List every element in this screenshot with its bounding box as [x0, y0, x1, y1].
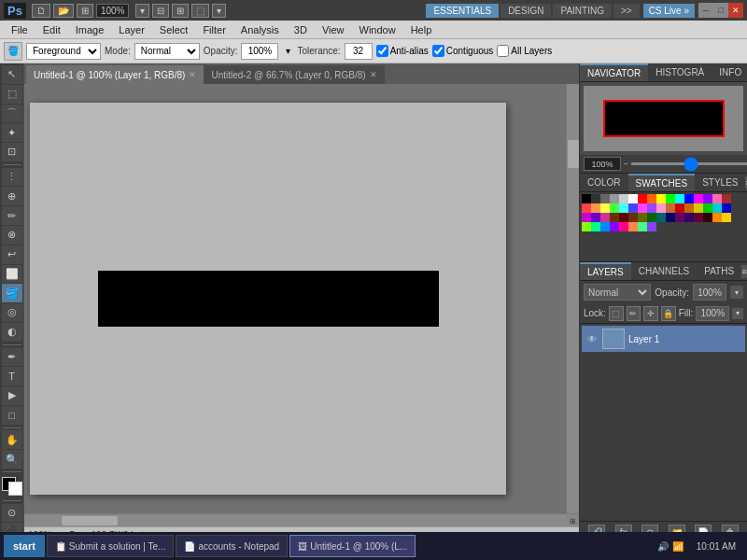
cs-live-button[interactable]: CS Live » — [643, 4, 695, 18]
lock-transparent-pixels[interactable]: ⬚ — [609, 306, 624, 321]
vertical-scrollbar[interactable] — [566, 84, 579, 513]
zoom-dropdown-icon[interactable]: ▾ — [135, 4, 149, 18]
paint-bucket-tool[interactable]: 🪣 — [2, 284, 22, 302]
clone-stamp-tool[interactable]: ⊗ — [2, 226, 22, 245]
h-scroll-thumb[interactable] — [62, 516, 118, 525]
lock-all[interactable]: 🔒 — [661, 306, 676, 321]
tab-close-untitled1[interactable]: ✕ — [189, 70, 196, 79]
color-swatch[interactable] — [684, 194, 694, 203]
background-color[interactable] — [8, 482, 22, 496]
color-swatch[interactable] — [638, 194, 647, 203]
menu-layer[interactable]: Layer — [111, 22, 152, 37]
text-tool[interactable]: T — [2, 367, 22, 385]
foreground-dropdown[interactable]: Foreground Background — [26, 43, 101, 60]
screen-mode-icon[interactable]: ⬚ — [191, 4, 209, 18]
color-swatch[interactable] — [582, 213, 591, 222]
eyedropper-tool[interactable]: ⋮ — [2, 168, 22, 187]
color-swatch[interactable] — [703, 194, 712, 203]
color-swatch[interactable] — [666, 194, 675, 203]
color-swatch[interactable] — [694, 194, 703, 203]
color-swatch[interactable] — [675, 203, 684, 213]
color-swatch[interactable] — [619, 194, 628, 203]
dodge-tool[interactable]: ◐ — [2, 323, 22, 342]
color-swatch[interactable] — [712, 203, 722, 213]
v-scroll-thumb[interactable] — [568, 140, 579, 168]
minimize-button[interactable]: ─ — [698, 3, 713, 18]
contiguous-checkbox-label[interactable]: Contiguous — [432, 45, 494, 57]
menu-image[interactable]: Image — [68, 22, 112, 37]
color-swatch[interactable] — [600, 222, 610, 231]
tab-close-untitled2[interactable]: ✕ — [370, 70, 377, 79]
color-swatch[interactable] — [619, 222, 628, 231]
color-swatch[interactable] — [628, 213, 638, 222]
tab-paths[interactable]: PATHS — [697, 262, 741, 280]
fg-bg-color-swatch[interactable] — [2, 477, 22, 496]
color-swatch[interactable] — [582, 222, 591, 231]
screen-mode-arrow[interactable]: ▾ — [212, 4, 226, 18]
color-swatch[interactable] — [591, 222, 600, 231]
menu-view[interactable]: View — [315, 22, 352, 37]
tab-swatches[interactable]: SWATCHES — [628, 174, 696, 191]
color-swatch[interactable] — [722, 203, 731, 213]
tab-channels[interactable]: CHANNELS — [631, 262, 697, 280]
taskbar-item-notepad[interactable]: 📄 accounts - Notepad — [176, 535, 288, 557]
color-swatch[interactable] — [638, 222, 647, 231]
design-button[interactable]: DESIGN — [500, 4, 551, 18]
blend-mode-dropdown[interactable]: Normal Multiply Screen — [584, 284, 651, 301]
contiguous-checkbox[interactable] — [432, 45, 444, 57]
antialias-checkbox-label[interactable]: Anti-alias — [376, 45, 429, 57]
menu-edit[interactable]: Edit — [35, 22, 68, 37]
color-swatch[interactable] — [591, 203, 600, 213]
color-swatch[interactable] — [712, 213, 722, 222]
lock-image-pixels[interactable]: ✏ — [627, 306, 641, 321]
layer-row[interactable]: 👁 Layer 1 — [582, 326, 745, 352]
opacity-arrow-layers[interactable]: ▾ — [730, 286, 743, 299]
color-swatch[interactable] — [656, 194, 666, 203]
hand-tool[interactable]: ✋ — [2, 430, 22, 449]
color-swatch[interactable] — [628, 194, 638, 203]
tab-color[interactable]: COLOR — [580, 174, 628, 191]
opacity-arrow[interactable]: ▾ — [282, 42, 293, 61]
color-swatch[interactable] — [610, 203, 619, 213]
layer-visibility-toggle[interactable]: 👁 — [585, 332, 599, 345]
color-swatch[interactable] — [647, 194, 656, 203]
menu-help[interactable]: Help — [403, 22, 440, 37]
close-button[interactable]: ✕ — [728, 3, 743, 18]
menu-3d[interactable]: 3D — [287, 22, 315, 37]
marquee-tool[interactable]: ⬚ — [2, 85, 22, 104]
color-swatch[interactable] — [647, 222, 656, 231]
color-swatch[interactable] — [610, 194, 619, 203]
color-swatch[interactable] — [666, 213, 675, 222]
scroll-corner[interactable]: ⊞ — [566, 514, 579, 527]
canvas-viewport[interactable] — [24, 84, 566, 513]
zoom-tool[interactable]: 🔍 — [2, 450, 22, 469]
color-swatch[interactable] — [619, 213, 628, 222]
move-tool[interactable]: ↖ — [2, 65, 22, 84]
color-swatch[interactable] — [600, 213, 610, 222]
all-layers-checkbox[interactable] — [497, 45, 509, 57]
color-swatch[interactable] — [638, 213, 647, 222]
color-swatch[interactable] — [684, 213, 694, 222]
menu-window[interactable]: Window — [352, 22, 403, 37]
color-swatch[interactable] — [638, 203, 647, 213]
color-swatch[interactable] — [582, 203, 591, 213]
color-swatch[interactable] — [656, 213, 666, 222]
path-selection-tool[interactable]: ▶ — [2, 386, 22, 405]
history-brush-tool[interactable]: ↩ — [2, 245, 22, 264]
brush-tool[interactable]: ✏ — [2, 206, 22, 225]
maximize-button[interactable]: □ — [713, 3, 728, 18]
quick-mask-tool[interactable]: ⊙ — [2, 504, 22, 523]
color-swatch[interactable] — [628, 222, 638, 231]
arrange-icon[interactable]: ⊟ — [152, 4, 169, 18]
taskbar-item-ps[interactable]: 🖼 Untitled-1 @ 100% (L... — [289, 535, 416, 557]
nav-zoom-slider[interactable] — [631, 162, 747, 165]
color-swatch[interactable] — [703, 213, 712, 222]
color-swatch[interactable] — [591, 194, 600, 203]
fill-input[interactable] — [696, 306, 729, 321]
color-swatch[interactable] — [610, 222, 619, 231]
mode-dropdown[interactable]: Normal — [134, 43, 200, 60]
color-swatch[interactable] — [703, 203, 712, 213]
painting-button[interactable]: PAINTING — [553, 4, 611, 18]
tab-histogram[interactable]: HISTOGRÀ — [648, 63, 712, 81]
eraser-tool[interactable]: ⬜ — [2, 265, 22, 284]
